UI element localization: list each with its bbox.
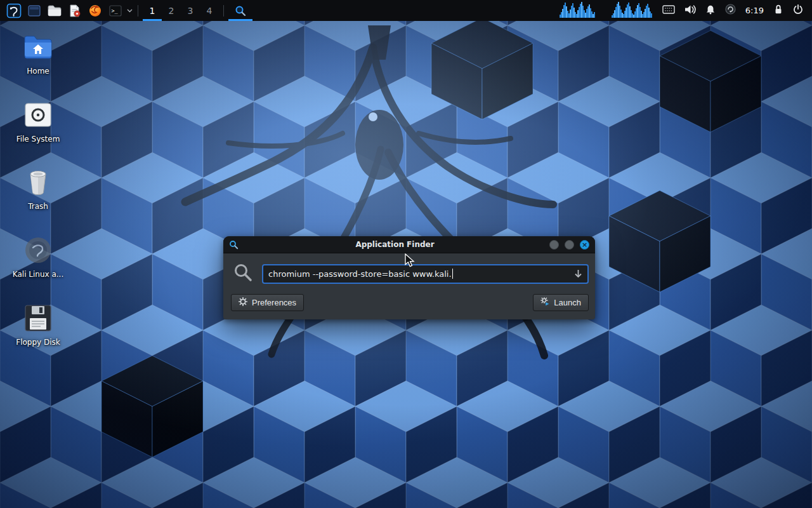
button-row: Preferences Launch — [231, 294, 589, 311]
trash-icon — [23, 167, 53, 197]
kali-menu-icon[interactable] — [4, 0, 24, 21]
launch-icon — [540, 297, 549, 308]
workspace-4[interactable]: 4 — [200, 0, 219, 21]
titlebar[interactable]: Application Finder × — [223, 236, 595, 253]
desktop-icon-label: Kali Linux a... — [13, 270, 63, 279]
top-panel: >_ 1 2 3 4 — [0, 0, 812, 21]
panel-right-group: 6:19 — [662, 0, 812, 21]
search-row: chromium --password-store=basic www.kali… — [231, 263, 589, 284]
desktop-icon-floppy-disk[interactable]: Floppy Disk — [9, 303, 67, 347]
minimize-button[interactable] — [549, 240, 559, 250]
kali-docs-icon — [23, 235, 53, 265]
text-caret — [452, 269, 453, 279]
desktop-icon-label: File System — [16, 135, 60, 144]
file-manager-icon[interactable] — [44, 0, 65, 21]
workspace-3[interactable]: 3 — [181, 0, 200, 21]
panel-left-group: >_ 1 2 3 4 — [0, 0, 252, 21]
desktop-icon-file-system[interactable]: File System — [9, 100, 67, 144]
panel-separator — [138, 5, 138, 17]
history-dropdown-arrow-icon[interactable] — [574, 269, 582, 278]
floppy-disk-icon — [23, 303, 53, 333]
app-finder-window-icon — [229, 240, 240, 250]
status-icon[interactable] — [725, 4, 736, 17]
panel-separator — [223, 5, 224, 17]
svg-text:>_: >_ — [112, 8, 119, 14]
audio-visualizer-right — [612, 1, 652, 18]
workspace-2[interactable]: 2 — [162, 0, 181, 21]
text-editor-icon[interactable] — [65, 0, 85, 21]
firefox-icon[interactable] — [85, 0, 105, 21]
clock[interactable]: 6:19 — [745, 6, 764, 15]
terminal-icon[interactable]: >_ — [105, 0, 126, 21]
close-button[interactable]: × — [580, 240, 589, 250]
desktop-icon-trash[interactable]: Trash — [9, 167, 67, 211]
desktop-icon-label: Trash — [28, 202, 48, 211]
home-folder-icon — [23, 32, 53, 62]
volume-icon[interactable] — [684, 4, 696, 17]
maximize-button[interactable] — [565, 240, 574, 250]
terminal-dropdown-chevron-icon[interactable] — [126, 0, 133, 21]
notifications-icon[interactable] — [705, 4, 716, 17]
desktop-icon-kali-linux[interactable]: Kali Linux a... — [9, 235, 67, 279]
lock-icon[interactable] — [773, 4, 783, 17]
desktop-icon-label: Floppy Disk — [16, 338, 60, 347]
preferences-button-label: Preferences — [252, 298, 296, 307]
search-input[interactable]: chromium --password-store=basic www.kali… — [262, 264, 589, 284]
window-controls: × — [549, 240, 589, 250]
launch-button[interactable]: Launch — [533, 294, 589, 311]
gear-icon — [239, 297, 247, 308]
desktop-icon-label: Home — [27, 67, 49, 76]
filesystem-drive-icon — [23, 100, 53, 130]
launch-button-label: Launch — [554, 298, 581, 307]
preferences-button[interactable]: Preferences — [231, 294, 304, 311]
taskbar-application-finder-button[interactable] — [228, 0, 252, 21]
window-title: Application Finder — [240, 240, 549, 249]
keyboard-icon[interactable] — [662, 4, 675, 17]
power-icon[interactable] — [793, 4, 803, 17]
application-finder-window: Application Finder × chromium --password… — [223, 236, 595, 319]
audio-visualizer-left — [560, 1, 595, 18]
workspace-1[interactable]: 1 — [143, 0, 162, 21]
window-icon[interactable] — [24, 0, 44, 21]
finder-body: chromium --password-store=basic www.kali… — [223, 253, 595, 319]
search-icon — [233, 263, 252, 284]
search-input-value: chromium --password-store=basic www.kali… — [268, 269, 452, 279]
desktop-icon-home[interactable]: Home — [9, 32, 67, 76]
